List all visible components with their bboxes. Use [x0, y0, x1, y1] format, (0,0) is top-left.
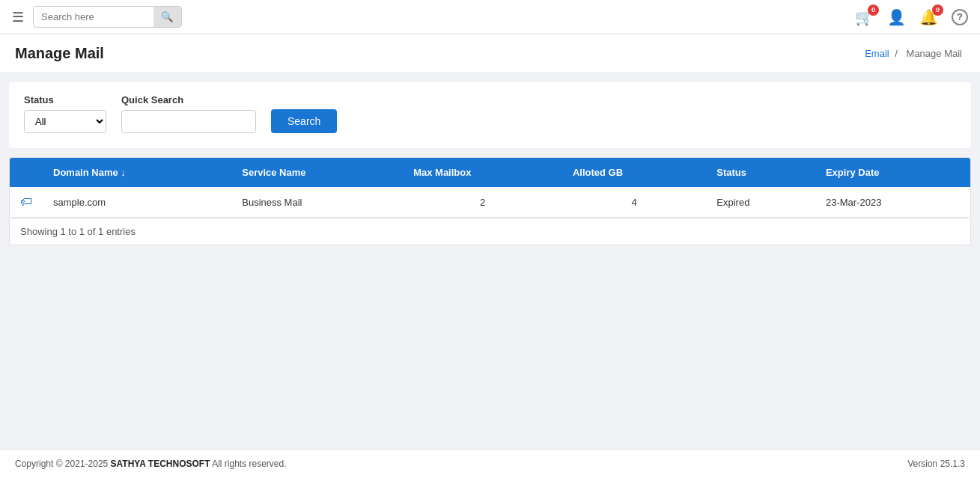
footer: Copyright © 2021-2025 SATHYA TECHNOSOFT …: [0, 449, 980, 478]
mail-table: Domain Name ↓ Service Name Max Mailbox A…: [10, 158, 970, 218]
filter-row: Status All Active Expired Suspended Quic…: [24, 94, 956, 133]
row-status: Expired: [706, 187, 815, 218]
cart-badge: 0: [868, 4, 879, 16]
row-alloted-gb: 4: [562, 187, 706, 218]
search-icon: 🔍: [161, 11, 174, 22]
search-button[interactable]: 🔍: [153, 7, 181, 27]
table-container: Domain Name ↓ Service Name Max Mailbox A…: [9, 157, 971, 218]
table-row: 🏷 sample.com Business Mail 2 4 Expired 2…: [10, 187, 970, 218]
status-label: Status: [24, 94, 106, 105]
col-max-mailbox: Max Mailbox: [403, 158, 562, 187]
col-status: Status: [706, 158, 815, 187]
quick-search-input[interactable]: [121, 110, 256, 133]
help-icon: ?: [952, 9, 968, 25]
status-filter-group: Status All Active Expired Suspended: [24, 94, 106, 133]
page-title: Manage Mail: [15, 45, 104, 62]
help-icon-wrap[interactable]: ?: [952, 9, 968, 25]
user-icon-wrap[interactable]: 👤: [887, 8, 906, 26]
footer-copyright: Copyright © 2021-2025 SATHYA TECHNOSOFT …: [15, 459, 287, 469]
user-icon: 👤: [887, 8, 906, 26]
row-expiry-date: 23-Mar-2023: [815, 187, 970, 218]
row-service-name: Business Mail: [231, 187, 403, 218]
showing-text: Showing 1 to 1 of 1 entries: [9, 218, 971, 245]
footer-brand: SATHYA TECHNOSOFT: [111, 459, 210, 469]
page-title-bar: Manage Mail Email / Manage Mail: [0, 34, 980, 73]
breadcrumb: Email / Manage Mail: [865, 48, 965, 59]
col-domain-name[interactable]: Domain Name ↓: [43, 158, 231, 187]
header-icons: 🛒 0 👤 🔔 0 ?: [855, 8, 968, 26]
header: ☰ 🔍 🛒 0 👤 🔔 0 ?: [0, 0, 980, 34]
footer-version: Version 25.1.3: [907, 459, 965, 469]
col-expiry-date: Expiry Date: [815, 158, 970, 187]
status-select[interactable]: All Active Expired Suspended: [24, 110, 106, 133]
col-alloted-gb: Alloted GB: [562, 158, 706, 187]
col-service-name: Service Name: [231, 158, 403, 187]
quick-search-group: Quick Search: [121, 94, 256, 133]
search-submit-button[interactable]: Search: [271, 109, 337, 133]
cart-icon-wrap[interactable]: 🛒 0: [855, 8, 874, 26]
bell-badge: 0: [932, 4, 943, 16]
table-header: Domain Name ↓ Service Name Max Mailbox A…: [10, 158, 970, 187]
row-icon: 🏷: [10, 187, 43, 218]
search-bar: 🔍: [33, 6, 182, 28]
breadcrumb-separator: /: [895, 48, 898, 59]
row-domain-name: sample.com: [43, 187, 231, 218]
breadcrumb-home[interactable]: Email: [865, 48, 889, 59]
search-input[interactable]: [34, 7, 153, 26]
col-icon: [10, 158, 43, 187]
bell-icon-wrap[interactable]: 🔔 0: [919, 8, 938, 26]
row-max-mailbox: 2: [403, 187, 562, 218]
quick-search-label: Quick Search: [121, 94, 256, 105]
table-body: 🏷 sample.com Business Mail 2 4 Expired 2…: [10, 187, 970, 218]
table-header-row: Domain Name ↓ Service Name Max Mailbox A…: [10, 158, 970, 187]
filter-bar: Status All Active Expired Suspended Quic…: [9, 82, 971, 148]
breadcrumb-current: Manage Mail: [907, 48, 962, 59]
tag-icon: 🏷: [20, 195, 32, 208]
hamburger-icon[interactable]: ☰: [12, 9, 24, 25]
